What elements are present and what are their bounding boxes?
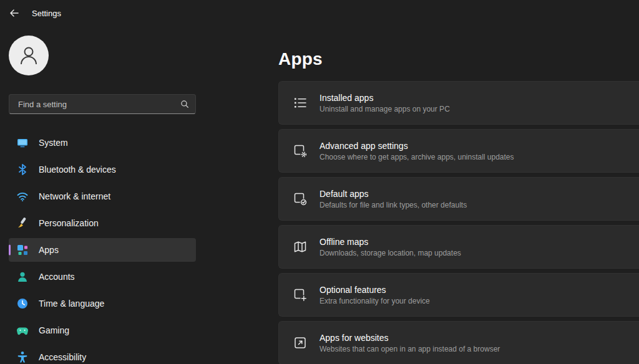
game-controller-icon — [16, 324, 29, 337]
sidebar-item-label: Accounts — [39, 272, 75, 282]
sidebar-item-label: Time & language — [39, 299, 104, 309]
selected-indicator — [9, 245, 11, 256]
sidebar-item-accessibility[interactable]: Accessibility — [9, 345, 196, 364]
paintbrush-icon — [16, 217, 29, 229]
card-installed-apps[interactable]: Installed apps Uninstall and manage apps… — [278, 81, 639, 125]
card-optional-features[interactable]: Optional features Extra functionality fo… — [278, 273, 639, 317]
sidebar-item-label: Gaming — [39, 325, 69, 335]
search-box[interactable] — [9, 94, 196, 114]
wifi-icon — [16, 190, 29, 203]
map-icon — [293, 239, 308, 254]
person-icon — [16, 271, 29, 283]
avatar[interactable] — [9, 36, 49, 75]
window-title: Settings — [32, 9, 61, 18]
card-title: Optional features — [320, 285, 430, 295]
sidebar-item-bluetooth[interactable]: Bluetooth & devices — [9, 158, 196, 181]
card-subtitle: Extra functionality for your device — [320, 297, 430, 305]
sidebar-item-label: Personalization — [39, 218, 99, 228]
card-title: Apps for websites — [320, 333, 500, 343]
card-subtitle: Defaults for file and link types, other … — [320, 201, 467, 209]
accessibility-person-icon — [16, 351, 29, 363]
page-title: Apps — [278, 49, 323, 69]
sidebar-nav: System Bluetooth & devices Network & int… — [9, 131, 196, 364]
sidebar-item-apps[interactable]: Apps — [9, 238, 196, 262]
search-input[interactable] — [17, 99, 180, 110]
back-button[interactable] — [9, 8, 19, 18]
card-default-apps[interactable]: Default apps Defaults for file and link … — [278, 177, 639, 221]
card-title: Installed apps — [320, 93, 450, 103]
titlebar: Settings — [0, 0, 61, 26]
sidebar-item-system[interactable]: System — [9, 131, 196, 155]
app-check-icon — [293, 191, 308, 206]
sidebar-item-label: System — [39, 138, 68, 148]
user-icon — [16, 43, 41, 68]
card-offline-maps[interactable]: Offline maps Downloads, storage location… — [278, 225, 639, 269]
arrow-left-icon — [9, 8, 19, 18]
sidebar-item-time-language[interactable]: Time & language — [9, 292, 196, 315]
bluetooth-icon — [16, 163, 29, 176]
card-subtitle: Choose where to get apps, archive apps, … — [320, 153, 514, 161]
apps-grid-icon — [16, 244, 29, 256]
sidebar-item-label: Bluetooth & devices — [39, 165, 116, 175]
card-apps-for-websites[interactable]: Apps for websites Websites that can open… — [278, 321, 639, 364]
card-title: Default apps — [320, 189, 467, 199]
sidebar-item-personalization[interactable]: Personalization — [9, 211, 196, 235]
settings-card-list: Installed apps Uninstall and manage apps… — [278, 81, 639, 364]
card-advanced-app-settings[interactable]: Advanced app settings Choose where to ge… — [278, 129, 639, 173]
app-arrow-icon — [293, 335, 308, 350]
list-icon — [293, 95, 308, 110]
card-subtitle: Websites that can open in an app instead… — [320, 345, 500, 353]
clock-icon — [16, 297, 29, 310]
app-plus-icon — [293, 287, 308, 302]
sidebar-item-label: Network & internet — [39, 191, 110, 201]
app-gear-icon — [293, 143, 308, 158]
card-title: Offline maps — [320, 237, 461, 247]
card-title: Advanced app settings — [320, 141, 514, 151]
sidebar-item-accounts[interactable]: Accounts — [9, 265, 196, 289]
sidebar-item-gaming[interactable]: Gaming — [9, 318, 196, 342]
search-icon[interactable] — [180, 100, 189, 108]
sidebar-item-label: Apps — [39, 245, 59, 255]
system-monitor-icon — [16, 136, 29, 149]
sidebar-item-label: Accessibility — [39, 352, 86, 362]
card-subtitle: Downloads, storage location, map updates — [320, 249, 461, 257]
sidebar-item-network[interactable]: Network & internet — [9, 184, 196, 208]
card-subtitle: Uninstall and manage apps on your PC — [320, 105, 450, 113]
